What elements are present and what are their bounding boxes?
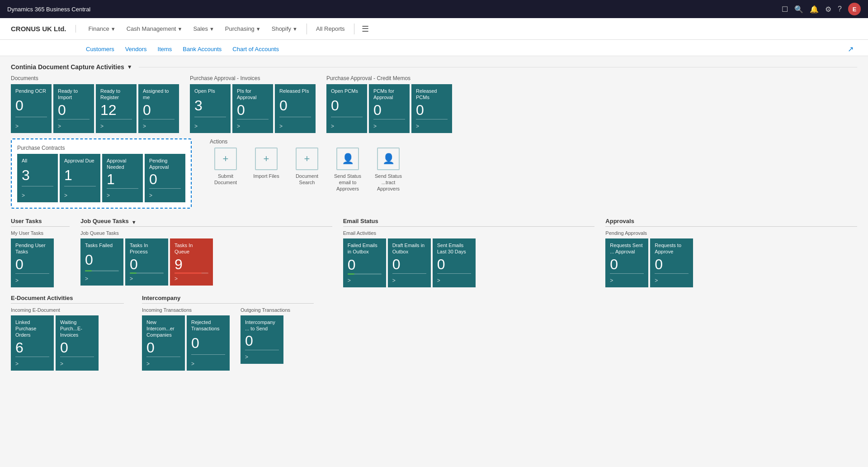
user-tasks-section: User Tasks My User Tasks Pending User Ta… [11,218,70,287]
outgoing-transactions-label: Outgoing Transactions [241,307,290,313]
tile-draft-emails[interactable]: Draft Emails in Outbox 0 > [388,238,431,287]
avatar[interactable]: E [848,3,861,15]
incoming-transactions-tiles: New Intercom...er Companies 0 > Rejected… [142,315,230,371]
middle-sections-row: User Tasks My User Tasks Pending User Ta… [11,218,857,287]
subnav-bank-accounts[interactable]: Bank Accounts [178,43,226,56]
action-send-status-email[interactable]: 👤 Send Status email to Approvers [332,148,363,192]
tile-failed-emails[interactable]: Failed Emails in Outbox 0 > [343,238,386,287]
tile-all-contracts[interactable]: All 3 > [17,154,58,203]
email-status-section: Email Status Email Activities Failed Ema… [343,218,595,287]
tile-pis-for-approval[interactable]: PIs for Approval 0 > [232,84,273,133]
tile-released-pis[interactable]: Released PIs 0 > [275,84,316,133]
nav-finance[interactable]: Finance ▼ [83,18,121,40]
pai-label: Purchase Approval - Invoices [190,75,316,81]
expand-icon[interactable]: ↗ [848,45,857,53]
shopify-chevron: ▼ [292,26,297,32]
tile-approval-needed[interactable]: Approval Needed 1 > [102,154,143,203]
purchasing-chevron: ▼ [256,26,261,32]
help-icon[interactable]: ? [838,5,842,13]
action-document-search[interactable]: + Document Search [291,148,323,192]
hamburger-menu[interactable]: ☰ [358,24,373,34]
tile-open-pcms[interactable]: Open PCMs 0 > [326,84,367,133]
tile-pending-user-tasks[interactable]: Pending User Tasks 0 > [11,238,54,287]
tile-assigned-to-me[interactable]: Assigned to me 0 > [138,84,179,133]
incoming-edocument-label: Incoming E-Document [11,307,124,313]
tile-new-intercompany-companies[interactable]: New Intercom...er Companies 0 > [142,315,185,371]
tile-released-pcms[interactable]: Released PCMs 0 > [411,84,452,133]
submit-doc-label: Submit Document [210,173,241,186]
purchase-contracts-box: Purchase Contracts All 3 > Approval Due … [11,138,192,209]
outgoing-transactions-tiles: Intercompany ... to Send 0 > [241,315,290,364]
navbar: CRONUS UK Ltd. Finance ▼ Cash Management… [0,18,868,40]
edocument-title: E-Document Activities [11,295,124,301]
tile-requests-to-approve[interactable]: Requests to Approve 0 > [650,238,693,287]
job-queue-tiles: Tasks Failed 0 > Tasks In Process 0 > Ta… [80,238,332,286]
tile-linked-purchase-orders[interactable]: Linked Purchase Orders 6 > [11,315,54,371]
intercompany-groups: Incoming Transactions New Intercom...er … [142,307,314,371]
approvals-title: Approvals [605,218,857,224]
intercompany-title: Intercompany [142,295,314,301]
tile-intercompany-to-send[interactable]: Intercompany ... to Send 0 > [241,315,283,364]
edocument-activities-section: E-Document Activities Incoming E-Documen… [11,295,124,371]
submit-doc-icon: + [214,148,237,170]
documents-tiles: Pending OCR 0 > Ready to Import 0 > Read… [11,84,179,133]
bottom-sections-row: E-Document Activities Incoming E-Documen… [11,295,857,371]
purchase-approval-invoices-group: Purchase Approval - Invoices Open PIs 3 … [190,75,316,133]
email-status-tiles: Failed Emails in Outbox 0 > Draft Emails… [343,238,595,287]
tile-requests-sent[interactable]: Requests Sent ... Approval 0 > [605,238,648,287]
nav-separator [307,24,307,34]
action-import-files[interactable]: + Import Files [250,148,282,192]
purchase-approval-credit-memos-group: Purchase Approval - Credit Memos Open PC… [326,75,452,133]
my-user-tasks-label: My User Tasks [11,230,70,236]
tile-ready-to-register[interactable]: Ready to Register 12 > [96,84,137,133]
approvals-section: Approvals Pending Approvals Requests Sen… [605,218,857,287]
action-submit-document[interactable]: + Submit Document [210,148,241,192]
send-status-email-label: Send Status email to Approvers [332,173,363,192]
search-icon[interactable]: 🔍 [794,5,803,14]
action-send-status-tract[interactable]: 👤 Send Status ...tract Approvers [373,148,404,192]
nav-separator2 [354,24,354,34]
bell-icon[interactable]: 🔔 [810,5,819,14]
tile-tasks-failed[interactable]: Tasks Failed 0 > [80,238,123,286]
job-queue-title: Job Queue Tasks [80,218,129,224]
nav-purchasing[interactable]: Purchasing ▼ [220,18,266,40]
actions-section: Actions + Submit Document + Import Files… [203,138,404,192]
subnav-items[interactable]: Items [153,43,177,56]
nav-shopify[interactable]: Shopify ▼ [266,18,303,40]
intercompany-section: Intercompany Incoming Transactions New I… [142,295,314,371]
actions-label: Actions [210,138,404,145]
tile-tasks-in-process[interactable]: Tasks In Process 0 > [125,238,168,286]
nav-sales[interactable]: Sales ▼ [188,18,219,40]
send-status-tract-icon: 👤 [377,148,400,170]
subnav-customers[interactable]: Customers [81,43,119,56]
tile-approval-due[interactable]: Approval Due 1 > [60,154,100,203]
approvals-tiles: Requests Sent ... Approval 0 > Requests … [605,238,857,287]
job-queue-chevron[interactable]: ▼ [132,219,137,225]
section-chevron[interactable]: ▼ [127,64,132,70]
nav-all-reports[interactable]: All Reports [311,25,350,32]
tile-pcms-for-approval[interactable]: PCMs for Approval 0 > [369,84,410,133]
app-title: Dynamics 365 Business Central [7,6,90,13]
documents-label: Documents [11,75,179,81]
tile-pending-approval[interactable]: Pending Approval 0 > [145,154,185,203]
tile-waiting-purchase-einvoices[interactable]: Waiting Purch...E-Invoices 0 > [56,315,99,371]
tile-rejected-transactions[interactable]: Rejected Transactions 0 > [187,315,230,371]
subnav-vendors[interactable]: Vendors [121,43,151,56]
tile-ready-to-import[interactable]: Ready to Import 0 > [53,84,94,133]
gear-icon[interactable]: ⚙ [825,5,831,14]
actions-row: + Submit Document + Import Files + Docum… [210,148,404,192]
doc-icon[interactable]: ☐ [782,5,788,14]
subnav-chart-of-accounts[interactable]: Chart of Accounts [228,43,283,56]
tile-pending-ocr[interactable]: Pending OCR 0 > [11,84,52,133]
job-queue-tasks-section: Job Queue Tasks ▼ Job Queue Tasks Tasks … [80,218,332,287]
topbar: Dynamics 365 Business Central ☐ 🔍 🔔 ⚙ ? … [0,0,868,18]
tile-sent-emails[interactable]: Sent Emails Last 30 Days 0 > [433,238,476,287]
company-name: CRONUS UK Ltd. [11,25,76,33]
documents-group: Documents Pending OCR 0 > Ready to Impor… [11,75,179,133]
tile-open-pis[interactable]: Open PIs 3 > [190,84,231,133]
pc-label: Purchase Contracts [17,145,185,151]
nav-cash-management[interactable]: Cash Management ▼ [121,18,188,40]
finance-chevron: ▼ [111,26,116,32]
tile-tasks-in-queue[interactable]: Tasks In Queue 9 > [170,238,213,286]
email-activities-label: Email Activities [343,230,595,236]
